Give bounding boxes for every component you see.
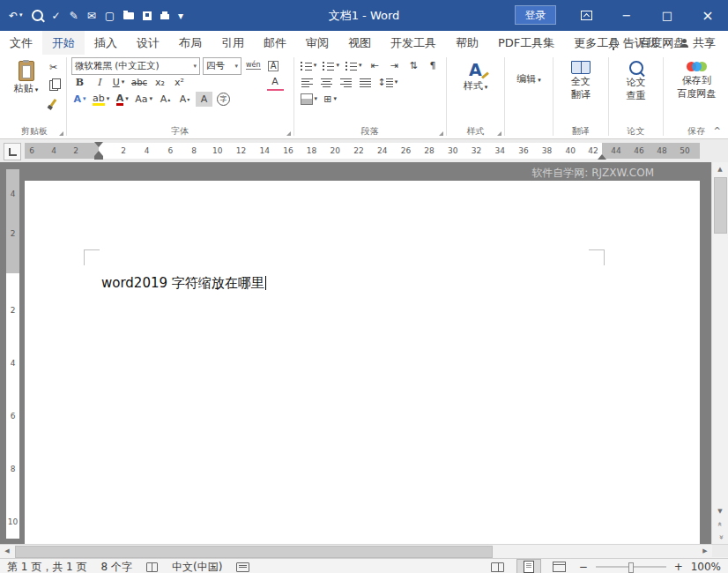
print-button[interactable] [160,11,169,19]
line-spacing-button[interactable]: ↕ [376,75,400,90]
language-status[interactable]: 中文(中国) [172,559,222,573]
tab-file[interactable]: 文件 [0,31,42,55]
cut-button[interactable]: ✂ [45,60,62,75]
font-size-combo[interactable]: 四号 [203,57,241,75]
align-right-button[interactable] [338,75,354,90]
tab-mailings[interactable]: 邮件 [254,31,296,55]
tab-review[interactable]: 审阅 [296,31,338,55]
styles-button[interactable]: A 样式 [451,57,501,93]
print-layout-button[interactable] [516,559,541,573]
paragraph-dialog-launcher-icon[interactable] [439,131,443,136]
document-text[interactable]: word2019 字符缩放在哪里 [101,274,266,292]
copy-button[interactable] [45,78,62,93]
vertical-ruler[interactable]: 42246810 [6,169,19,539]
pinyin-guide-button[interactable]: wén [244,58,263,73]
proofing-status-button[interactable] [146,562,158,572]
left-indent-marker[interactable] [94,156,103,160]
grow-font-button[interactable]: A [157,92,174,107]
zoom-slider-thumb[interactable] [628,562,634,573]
close-button[interactable]: × [687,0,728,31]
share-button[interactable]: 共享 [680,35,716,51]
decrease-indent-button[interactable]: ⇤ [367,58,383,73]
clipboard-dialog-launcher-icon[interactable] [59,131,63,136]
scroll-left-button[interactable]: ◀ [0,545,14,557]
full-text-translate-button[interactable]: 全文 翻译 [558,57,604,100]
vertical-scrollbar[interactable]: ▲ ▼ « « [711,162,728,544]
document-page[interactable]: word2019 字符缩放在哪里 [25,181,700,544]
superscript-button[interactable]: x² [171,75,188,90]
save-to-baidu-button[interactable]: 保存到 百度网盘 [668,57,724,100]
web-layout-button[interactable] [548,560,571,573]
read-mode-button[interactable] [487,560,509,573]
text-effects-button[interactable]: A [71,92,88,107]
format-painter-button[interactable] [45,95,62,110]
tab-insert[interactable]: 插入 [85,31,127,55]
font-name-combo[interactable]: 微软雅黑 (中文正文) [71,57,200,75]
horizontal-ruler[interactable]: 6422468101214161820222426283032343638404… [25,143,700,159]
tab-view[interactable]: 视图 [338,31,381,55]
scroll-right-button[interactable]: ▶ [698,545,712,557]
tab-layout[interactable]: 布局 [169,31,212,55]
next-page-button[interactable]: « [714,530,727,546]
horizontal-scrollbar[interactable]: ◀ ▶ [0,544,728,558]
print-preview-button[interactable] [32,10,43,21]
ribbon-display-options-button[interactable] [566,0,606,31]
edit-button[interactable]: ✎ [70,11,78,21]
character-border-button[interactable]: A [265,58,282,73]
tab-design[interactable]: 设计 [127,31,169,55]
tab-stop-selector[interactable] [4,143,21,160]
login-button[interactable]: 登录 [515,5,556,25]
editing-button[interactable]: 编辑 [509,57,548,86]
borders-button[interactable]: ⊞ [322,92,338,107]
maximize-button[interactable]: □ [647,0,687,31]
tab-references[interactable]: 引用 [212,31,254,55]
shrink-font-button[interactable]: A [176,92,193,107]
word-count-status[interactable]: 8 个字 [101,559,132,573]
change-case-button[interactable]: Aa [133,92,154,107]
multilevel-list-button[interactable] [344,58,364,73]
highlight-color-button[interactable]: ab [91,92,111,107]
scroll-up-button[interactable]: ▲ [712,162,728,175]
zoom-in-button[interactable]: + [673,559,684,573]
bullets-button[interactable] [299,58,319,73]
new-document-button[interactable]: ▢ [105,11,115,21]
tab-help[interactable]: 帮助 [446,31,488,55]
font-dialog-launcher-icon[interactable] [286,131,291,136]
undo-button[interactable]: ↶ [9,11,23,21]
font-color-button[interactable]: A [114,92,130,107]
vertical-scrollbar-thumb[interactable] [714,177,727,234]
enclose-character-button[interactable]: 字 [215,92,232,107]
underline-button[interactable]: U [110,75,127,90]
ime-status-button[interactable] [236,562,249,572]
sort-button[interactable]: ⇅ [405,58,422,73]
zoom-out-button[interactable]: − [578,559,589,573]
character-shading-button[interactable]: A [196,92,212,107]
tab-pdf-tools[interactable]: PDF工具集 [488,31,564,55]
spelling-button[interactable]: ✓ [52,11,61,21]
page-number-status[interactable]: 第 1 页，共 1 页 [7,559,87,573]
minimize-button[interactable]: − [606,0,647,31]
subscript-button[interactable]: x₂ [152,75,168,90]
shading-button[interactable] [299,92,320,107]
horizontal-scrollbar-thumb[interactable] [15,546,493,558]
customize-qat-button[interactable]: ▾ [178,11,183,21]
align-center-button[interactable] [318,75,335,90]
clear-formatting-button[interactable]: A [267,74,284,91]
bold-button[interactable]: B [71,75,88,90]
tab-home[interactable]: 开始 [42,31,85,55]
zoom-level[interactable]: 100% [691,559,721,573]
save-button[interactable] [143,11,152,20]
numbering-button[interactable] [321,58,341,73]
tell-me-button[interactable]: 告诉我 [610,35,657,51]
open-button[interactable] [123,12,134,19]
paste-button[interactable]: 粘贴 [7,57,45,110]
show-marks-button[interactable]: ¶ [425,58,442,73]
align-left-button[interactable] [299,75,316,90]
paper-check-button[interactable]: 论文 查重 [613,57,659,101]
increase-indent-button[interactable]: ⇥ [386,58,403,73]
strikethrough-button[interactable]: abc [130,75,149,90]
email-button[interactable]: ✉ [87,11,96,21]
italic-button[interactable]: I [91,75,108,90]
tab-developer[interactable]: 开发工具 [381,31,446,55]
styles-dialog-launcher-icon[interactable] [497,131,501,136]
